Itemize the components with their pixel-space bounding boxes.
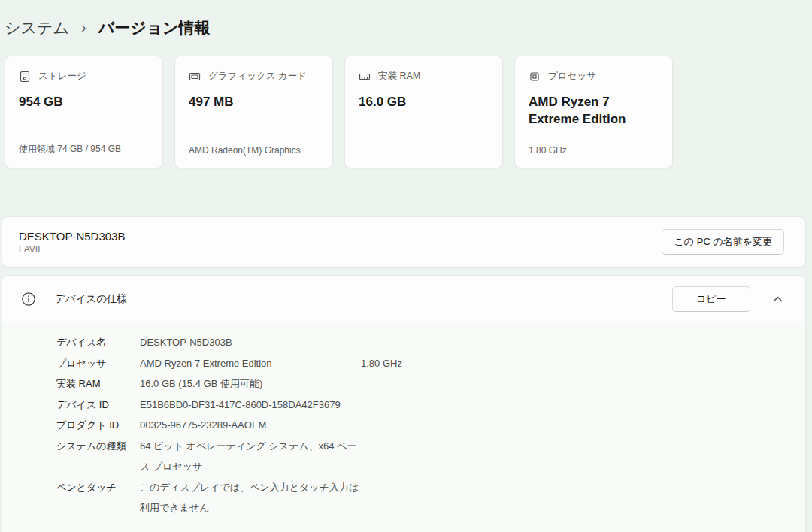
processor-card-value: AMD Ryzen 7 Extreme Edition <box>529 94 660 128</box>
spec-row-device-id: デバイス ID E51B6BD0-DF31-417C-860D-158DA42F… <box>56 394 805 416</box>
ram-card-value: 16.0 GB <box>359 94 490 111</box>
graphics-card: グラフィックス カード 497 MB AMD Radeon(TM) Graphi… <box>174 56 333 168</box>
ram-card-label: 実装 RAM <box>378 70 420 83</box>
breadcrumb-chevron-icon: › <box>81 19 86 38</box>
storage-card-footer: 使用領域 74 GB / 954 GB <box>19 143 121 156</box>
device-model: LAVIE <box>19 244 125 255</box>
storage-card-label: ストレージ <box>38 70 86 83</box>
graphics-card-label: グラフィックス カード <box>208 70 307 83</box>
spec-row-processor: プロセッサ AMD Ryzen 7 Extreme Edition 1.80 G… <box>56 353 805 374</box>
spec-row-pen-touch: ペンとタッチ このディスプレイでは、ペン入力とタッチ入力は利用できません <box>56 477 805 518</box>
graphics-card-footer: AMD Radeon(TM) Graphics <box>189 145 301 156</box>
processor-card: プロセッサ AMD Ryzen 7 Extreme Edition 1.80 G… <box>514 56 673 168</box>
page-title: バージョン情報 <box>98 17 211 38</box>
graphics-card-icon <box>189 71 201 83</box>
spec-row-device-name: デバイス名 DESKTOP-N5D303B <box>56 332 805 353</box>
rename-pc-button[interactable]: この PC の名前を変更 <box>662 229 784 255</box>
device-specs-content: デバイス名 DESKTOP-N5D303B プロセッサ AMD Ryzen 7 … <box>2 322 805 524</box>
collapse-button[interactable] <box>765 286 790 312</box>
graphics-card-value: 497 MB <box>189 94 320 111</box>
copy-button[interactable]: コピー <box>672 286 750 312</box>
cpu-icon <box>529 71 541 83</box>
settings-about-page: システム › バージョン情報 ストレージ 954 GB 使用領域 74 GB /… <box>0 0 812 532</box>
device-specs-expander: デバイスの仕様 コピー デバイス名 DESKTOP-N5D303B プロセッサ … <box>2 275 806 532</box>
device-name-panel: DESKTOP-N5D303B LAVIE この PC の名前を変更 <box>2 216 806 268</box>
storage-card-value: 954 GB <box>19 94 150 111</box>
spec-row-product-id: プロダクト ID 00325-96775-23289-AAOEM <box>56 415 805 436</box>
device-name: DESKTOP-N5D303B <box>19 230 125 243</box>
device-specs-title: デバイスの仕様 <box>55 292 127 306</box>
storage-icon <box>19 71 31 83</box>
info-icon <box>21 292 36 307</box>
chevron-up-icon <box>773 296 783 302</box>
breadcrumb-system[interactable]: システム <box>5 17 69 38</box>
processor-card-footer: 1.80 GHz <box>529 145 567 156</box>
summary-cards: ストレージ 954 GB 使用領域 74 GB / 954 GB グラフィックス… <box>5 56 812 168</box>
ram-icon <box>359 71 371 83</box>
related-links-row: 関連リンク ドメインまたはワークグループ システムの保護 システムの詳細設定 <box>2 524 805 532</box>
breadcrumb: システム › バージョン情報 <box>0 0 812 41</box>
ram-card: 実装 RAM 16.0 GB <box>344 56 503 168</box>
spec-row-system-type: システムの種類 64 ビット オペレーティング システム、x64 ベース プロセ… <box>56 436 805 477</box>
device-specs-header[interactable]: デバイスの仕様 コピー <box>2 276 805 322</box>
storage-card: ストレージ 954 GB 使用領域 74 GB / 954 GB <box>5 56 163 168</box>
spec-row-ram: 実装 RAM 16.0 GB (15.4 GB 使用可能) <box>56 373 805 394</box>
processor-card-label: プロセッサ <box>548 70 596 83</box>
